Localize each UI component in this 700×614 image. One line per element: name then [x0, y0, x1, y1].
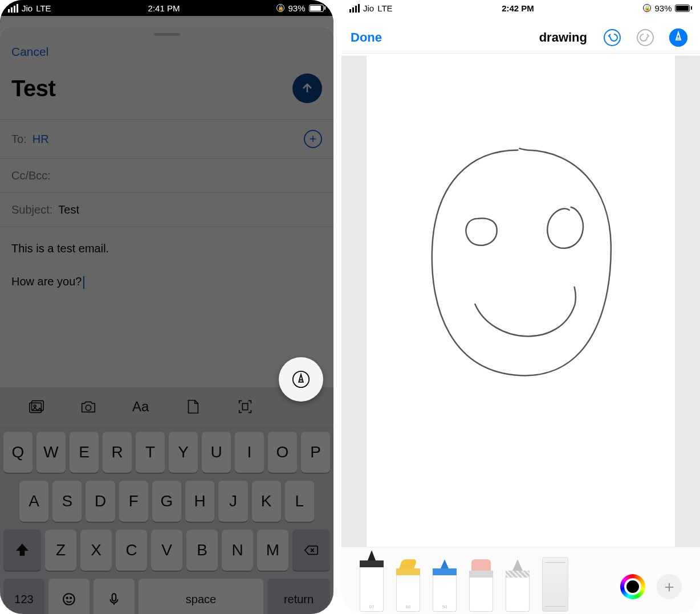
undo-icon: [603, 28, 621, 47]
highlighter-tool[interactable]: 80: [396, 559, 420, 612]
key-s[interactable]: S: [52, 481, 82, 522]
add-shape-button[interactable]: ＋: [657, 574, 682, 599]
shift-icon: [15, 543, 30, 558]
undo-button[interactable]: [603, 28, 621, 47]
return-key[interactable]: return: [267, 579, 330, 614]
to-field[interactable]: To: HR +: [0, 119, 333, 158]
key-c[interactable]: C: [116, 530, 147, 571]
carrier-label: Jio: [363, 3, 374, 13]
signal-icon: [8, 4, 18, 13]
add-recipient-button[interactable]: +: [304, 130, 322, 148]
tool-label: 07: [360, 567, 384, 612]
key-b[interactable]: B: [186, 530, 218, 571]
key-g[interactable]: G: [152, 481, 181, 522]
smiley-drawing: [367, 56, 675, 547]
photo-library-icon: [28, 398, 45, 415]
dictation-key[interactable]: [93, 579, 135, 614]
markup-icon: [291, 370, 311, 389]
markup-button[interactable]: [279, 357, 323, 402]
svg-point-2: [34, 405, 36, 407]
svg-rect-4: [242, 403, 247, 410]
keyboard-row: A S D F G H J K L: [3, 481, 330, 522]
photo-library-button[interactable]: [26, 396, 47, 417]
key-p[interactable]: P: [301, 432, 330, 473]
document-title: drawing: [539, 30, 587, 45]
ruler-tool[interactable]: [542, 557, 568, 612]
tool-label: 50: [433, 575, 457, 612]
scan-document-button[interactable]: [235, 396, 255, 417]
redo-icon: [636, 28, 654, 47]
text-format-button[interactable]: Aa: [131, 396, 151, 417]
text-cursor: [83, 276, 84, 289]
attach-document-button[interactable]: [182, 396, 203, 417]
key-x[interactable]: X: [80, 530, 112, 571]
battery-icon: [675, 5, 692, 12]
backspace-icon: [304, 543, 319, 558]
key-a[interactable]: A: [19, 481, 48, 522]
microphone-icon: [107, 592, 121, 607]
eraser-tip-icon: [471, 559, 491, 571]
key-h[interactable]: H: [185, 481, 214, 522]
key-m[interactable]: M: [257, 530, 288, 571]
status-bar: Jio LTE 2:41 PM 🔒 93%: [0, 0, 333, 16]
subject-field[interactable]: Subject: Test: [0, 193, 333, 227]
keyboard-row: Z X C V B N M: [3, 530, 330, 571]
key-k[interactable]: K: [252, 481, 281, 522]
key-n[interactable]: N: [222, 530, 253, 571]
markup-nav-bar: Done drawing: [341, 22, 700, 54]
status-bar: Jio LTE 2:42 PM 🔒 93%: [341, 0, 700, 16]
drawing-canvas[interactable]: [367, 56, 675, 547]
key-j[interactable]: J: [218, 481, 247, 522]
sheet-grabber[interactable]: [154, 33, 180, 36]
key-v[interactable]: V: [151, 530, 182, 571]
emoji-icon: [62, 592, 76, 607]
svg-point-3: [86, 405, 91, 410]
pencil-tool[interactable]: 50: [433, 559, 457, 612]
lasso-tip-icon: [512, 559, 523, 571]
tool-label: 80: [396, 575, 420, 612]
numbers-key[interactable]: 123: [3, 579, 44, 614]
key-i[interactable]: I: [235, 432, 264, 473]
done-button[interactable]: Done: [351, 30, 382, 45]
current-color-swatch: [624, 578, 641, 595]
highlighter-tip-icon: [399, 559, 417, 568]
key-d[interactable]: D: [86, 481, 115, 522]
key-o[interactable]: O: [268, 432, 297, 473]
emoji-key[interactable]: [48, 579, 89, 614]
battery-percent: 93%: [288, 3, 305, 13]
key-t[interactable]: T: [136, 432, 165, 473]
pen-tool[interactable]: 07: [360, 550, 384, 612]
to-label: To:: [11, 133, 27, 146]
pencil-tip-icon: [441, 559, 449, 568]
battery-percent: 93%: [654, 3, 671, 13]
keyboard-row: Q W E R T Y U I O P: [3, 432, 330, 473]
mail-compose-screen: Jio LTE 2:41 PM 🔒 93% Cancel Test: [0, 0, 333, 614]
rotation-lock-icon: 🔒: [643, 4, 651, 12]
key-y[interactable]: Y: [169, 432, 198, 473]
pen-tip-icon: [669, 28, 687, 47]
key-z[interactable]: Z: [45, 530, 76, 571]
camera-button[interactable]: [78, 396, 99, 417]
key-f[interactable]: F: [119, 481, 148, 522]
email-body[interactable]: This is a test email. How are you?: [0, 227, 333, 302]
lasso-tool[interactable]: [506, 559, 530, 612]
key-w[interactable]: W: [36, 432, 66, 473]
send-button[interactable]: [292, 73, 322, 103]
backspace-key[interactable]: [292, 530, 330, 571]
key-r[interactable]: R: [103, 432, 132, 473]
battery-icon: [309, 5, 326, 12]
body-line: This is a test email.: [11, 238, 322, 259]
eraser-tool[interactable]: [469, 559, 493, 612]
cc-bcc-field[interactable]: Cc/Bcc:: [0, 158, 333, 193]
cancel-button[interactable]: Cancel: [11, 45, 48, 59]
space-key[interactable]: space: [139, 579, 263, 614]
key-l[interactable]: L: [285, 481, 314, 522]
body-line: How are you?: [11, 275, 82, 288]
key-q[interactable]: Q: [3, 432, 32, 473]
markup-toggle-button[interactable]: [669, 28, 687, 47]
key-u[interactable]: U: [202, 432, 231, 473]
markup-tool-tray: 07 80 50: [341, 547, 700, 614]
shift-key[interactable]: [3, 530, 41, 571]
color-picker-button[interactable]: [620, 574, 645, 599]
key-e[interactable]: E: [70, 432, 99, 473]
